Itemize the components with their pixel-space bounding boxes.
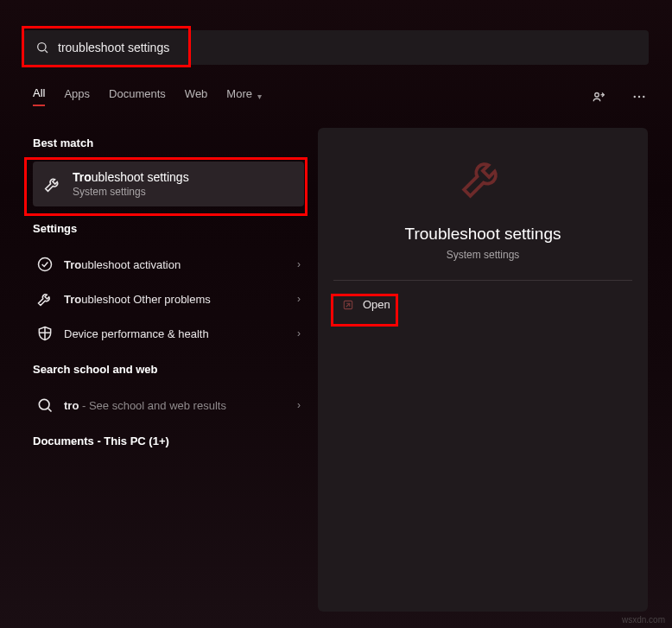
details-title: Troubleshoot settings <box>333 225 632 244</box>
search-tabs: All Apps Documents Web More ▾ <box>33 86 262 106</box>
best-match-subtitle: System settings <box>73 186 189 198</box>
svg-point-4 <box>638 96 640 98</box>
svg-point-2 <box>595 93 599 98</box>
wrench-icon <box>43 174 62 193</box>
tab-all[interactable]: All <box>33 86 45 106</box>
more-options-icon[interactable] <box>627 85 651 109</box>
search-icon <box>35 41 49 54</box>
chevron-right-icon: › <box>297 258 301 270</box>
svg-point-3 <box>634 96 636 98</box>
shield-icon <box>36 325 54 342</box>
watermark: wsxdn.com <box>622 615 665 625</box>
tab-documents[interactable]: Documents <box>109 87 166 105</box>
settings-item-activation[interactable]: Troubleshoot activation › <box>33 247 304 282</box>
settings-item-label: Troubleshoot Other problems <box>64 293 211 306</box>
web-search-item[interactable]: tro - See school and web results › <box>33 388 304 422</box>
settings-item-device-health[interactable]: Device performance & health › <box>33 316 304 351</box>
wrench-icon <box>458 152 508 206</box>
open-button-label: Open <box>363 298 390 311</box>
details-subtitle: System settings <box>333 249 632 261</box>
svg-point-9 <box>39 399 49 409</box>
details-panel: Troubleshoot settings System settings Op… <box>318 128 648 612</box>
section-best-match: Best match <box>33 136 304 149</box>
tab-apps[interactable]: Apps <box>64 87 90 105</box>
wrench-icon <box>36 290 54 308</box>
best-match-result[interactable]: Troubleshoot settings System settings <box>33 162 304 206</box>
open-button[interactable]: Open <box>333 291 399 318</box>
search-icon <box>36 396 54 414</box>
chevron-right-icon: › <box>297 399 301 411</box>
svg-point-0 <box>38 43 46 51</box>
tab-more[interactable]: More <box>226 87 252 105</box>
settings-item-other-problems[interactable]: Troubleshoot Other problems › <box>33 282 304 316</box>
open-icon <box>342 299 354 311</box>
chevron-down-icon: ▾ <box>257 92 262 101</box>
divider <box>333 280 632 281</box>
web-search-label: tro - See school and web results <box>64 399 226 412</box>
settings-item-label: Device performance & health <box>64 327 209 340</box>
chevron-right-icon: › <box>297 293 301 305</box>
search-bar[interactable] <box>23 30 649 65</box>
section-settings: Settings <box>33 222 304 235</box>
checkmark-icon <box>36 256 54 273</box>
svg-point-5 <box>643 96 644 98</box>
search-input[interactable] <box>58 41 637 54</box>
best-match-title: Troubleshoot settings <box>73 170 189 184</box>
svg-line-1 <box>45 50 48 53</box>
account-sync-icon[interactable] <box>587 85 612 109</box>
section-school-web: Search school and web <box>33 363 304 376</box>
chevron-right-icon: › <box>297 327 301 339</box>
svg-line-10 <box>48 409 52 412</box>
svg-point-6 <box>39 258 52 271</box>
section-documents-pc[interactable]: Documents - This PC (1+) <box>33 435 304 447</box>
tab-web[interactable]: Web <box>185 87 208 105</box>
settings-item-label: Troubleshoot activation <box>64 258 181 271</box>
